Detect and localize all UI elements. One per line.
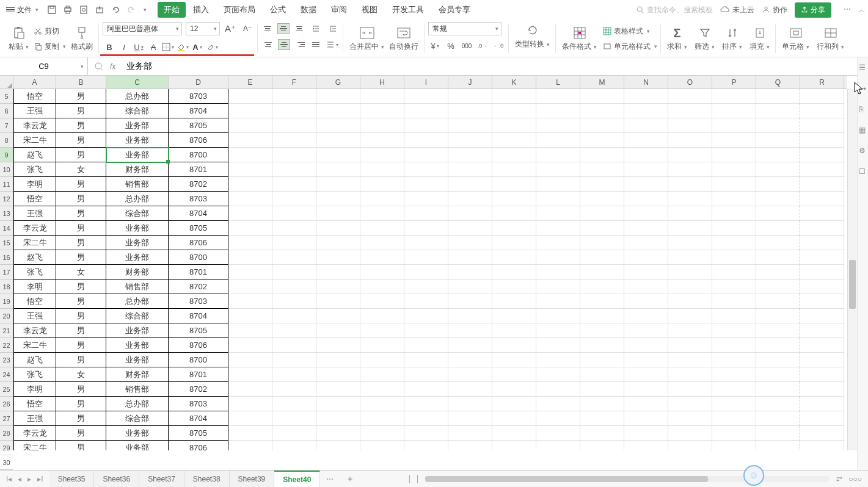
cell[interactable] <box>668 294 712 309</box>
cell[interactable] <box>624 221 668 236</box>
row-head[interactable]: 25 <box>0 382 13 397</box>
type-convert-button[interactable]: 类型转换▾ <box>512 22 552 51</box>
cell[interactable] <box>668 441 712 450</box>
cell[interactable] <box>624 118 668 133</box>
cell[interactable] <box>448 294 492 309</box>
row-head[interactable]: 17 <box>0 265 13 280</box>
cell[interactable] <box>624 250 668 265</box>
cell[interactable] <box>756 206 800 221</box>
cell[interactable] <box>316 280 360 294</box>
align-bottom-button[interactable] <box>293 23 305 34</box>
cell[interactable] <box>800 309 844 323</box>
filter-button[interactable]: 筛选▾ <box>692 24 717 53</box>
cell[interactable] <box>404 221 448 236</box>
align-left-button[interactable] <box>262 39 274 50</box>
cell[interactable] <box>756 250 800 265</box>
sp-style-icon[interactable]: ⎘ <box>859 105 867 114</box>
cell[interactable] <box>580 192 624 206</box>
cell[interactable] <box>624 411 668 426</box>
row-head[interactable]: 10 <box>0 162 13 177</box>
row-head[interactable]: 7 <box>0 118 13 133</box>
cell[interactable] <box>624 338 668 353</box>
cell[interactable] <box>536 236 580 250</box>
hscroll-thumb[interactable] <box>425 476 708 482</box>
cell[interactable] <box>272 382 316 397</box>
cell[interactable]: 男 <box>56 323 106 338</box>
cell[interactable]: 男 <box>56 441 106 450</box>
sheet-last-icon[interactable]: ▸І <box>36 474 44 485</box>
align-center-button[interactable] <box>278 39 290 50</box>
align-justify-button[interactable] <box>310 39 322 50</box>
cell[interactable] <box>624 104 668 118</box>
col-head-K[interactable]: K <box>492 76 536 88</box>
cell[interactable]: 8703 <box>169 89 228 104</box>
sheet-tab[interactable]: Sheet40 <box>274 471 320 487</box>
decrease-font-button[interactable]: A⁻ <box>241 22 254 35</box>
cell[interactable] <box>712 177 756 192</box>
cell[interactable]: 8705 <box>169 323 228 338</box>
cell[interactable] <box>360 133 404 148</box>
cell[interactable] <box>272 89 316 104</box>
cell[interactable] <box>624 133 668 148</box>
cell[interactable] <box>228 353 272 367</box>
cell[interactable] <box>580 148 624 162</box>
cell[interactable]: 男 <box>56 221 106 236</box>
name-box-input[interactable] <box>5 62 82 71</box>
cell[interactable] <box>228 441 272 450</box>
tab-formula[interactable]: 公式 <box>263 1 293 19</box>
cell[interactable] <box>316 397 360 411</box>
cell[interactable] <box>448 397 492 411</box>
cell[interactable] <box>756 162 800 177</box>
cell[interactable] <box>712 382 756 397</box>
cell[interactable] <box>624 148 668 162</box>
cell[interactable] <box>316 104 360 118</box>
col-head-A[interactable]: A <box>13 76 56 88</box>
cell[interactable] <box>756 309 800 323</box>
cell[interactable] <box>316 221 360 236</box>
cell[interactable] <box>228 118 272 133</box>
col-head-I[interactable]: I <box>404 76 448 88</box>
cell[interactable] <box>580 280 624 294</box>
cell[interactable] <box>316 148 360 162</box>
cell[interactable] <box>668 309 712 323</box>
select-all-corner[interactable] <box>0 76 13 89</box>
cell[interactable] <box>668 221 712 236</box>
comma-button[interactable]: 000 <box>460 39 473 52</box>
cell[interactable] <box>492 177 536 192</box>
cell[interactable] <box>800 411 844 426</box>
sheet-next-icon[interactable]: ▸ <box>26 474 32 485</box>
cell[interactable]: 男 <box>56 89 106 104</box>
cell[interactable] <box>800 265 844 280</box>
cell[interactable] <box>228 265 272 280</box>
cell[interactable] <box>448 382 492 397</box>
cell[interactable]: 业务部 <box>106 221 169 236</box>
cell[interactable] <box>536 104 580 118</box>
cell[interactable] <box>800 441 844 450</box>
cell[interactable] <box>580 397 624 411</box>
cell[interactable] <box>492 206 536 221</box>
cell[interactable] <box>360 426 404 441</box>
cell[interactable]: 8703 <box>169 294 228 309</box>
cell[interactable] <box>624 382 668 397</box>
cell[interactable]: 男 <box>56 118 106 133</box>
cell[interactable]: 悟空 <box>13 89 56 104</box>
collab-button[interactable]: 协作 <box>762 5 787 15</box>
cell[interactable] <box>580 177 624 192</box>
cell[interactable]: 8703 <box>169 397 228 411</box>
row-head[interactable]: 9 <box>0 148 13 162</box>
cell[interactable] <box>536 426 580 441</box>
cell[interactable] <box>228 280 272 294</box>
cell[interactable] <box>536 250 580 265</box>
row-headers[interactable]: 5678910111213141516171819202122232425262… <box>0 89 13 450</box>
cell[interactable] <box>404 177 448 192</box>
cell[interactable] <box>624 367 668 382</box>
more-status-icon[interactable]: ○○○ <box>848 475 862 483</box>
cell[interactable] <box>228 177 272 192</box>
cell[interactable] <box>756 323 800 338</box>
cell[interactable]: 赵飞 <box>13 250 56 265</box>
decimal-inc-button[interactable]: .0→ <box>476 39 489 52</box>
cell[interactable] <box>316 411 360 426</box>
cell[interactable]: 男 <box>56 280 106 294</box>
cell[interactable] <box>800 426 844 441</box>
cell[interactable] <box>536 265 580 280</box>
